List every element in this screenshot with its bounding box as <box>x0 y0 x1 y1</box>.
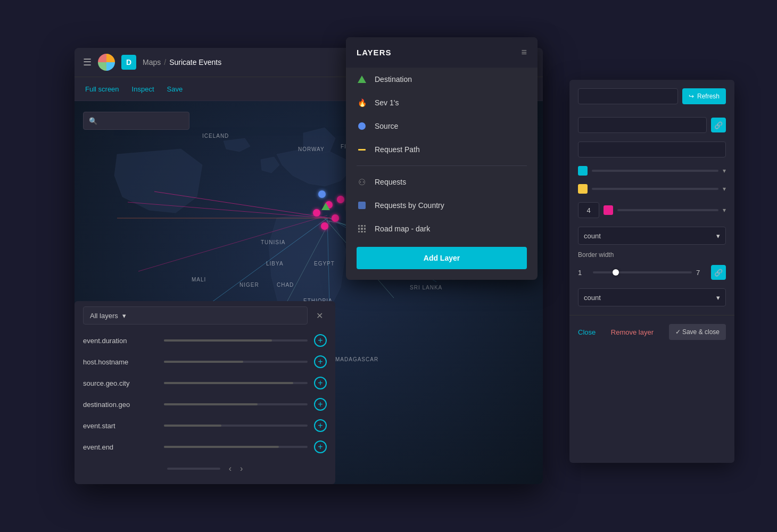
field-bar-fill <box>164 339 272 342</box>
request-path-layer-icon <box>357 144 367 155</box>
dropdown-chevron-icon: ▾ <box>716 232 720 240</box>
fullscreen-button[interactable]: Full screen <box>85 85 119 93</box>
color-slider-yellow[interactable] <box>592 188 718 190</box>
add-field-button[interactable]: + <box>314 355 327 368</box>
marker-sev1-3[interactable] <box>337 196 344 203</box>
inspect-button[interactable]: Inspect <box>132 85 154 93</box>
field-bar <box>164 339 308 342</box>
chevron-icon[interactable]: ▾ <box>723 167 726 174</box>
color-swatch-teal <box>578 166 588 176</box>
count-dropdown-1[interactable]: count ▾ <box>578 227 726 245</box>
field-bar <box>164 382 308 384</box>
chevron-icon[interactable]: ▾ <box>723 206 726 214</box>
layers-menu-icon[interactable]: ≡ <box>521 47 527 58</box>
add-field-button[interactable]: + <box>314 398 327 411</box>
field-bar <box>164 425 308 427</box>
grid-icon <box>358 225 366 232</box>
color-slider-teal[interactable] <box>592 170 718 172</box>
roadmap-layer-icon <box>357 223 367 234</box>
circle-icon <box>358 122 366 130</box>
field-bar-fill <box>164 361 243 363</box>
add-field-button[interactable]: + <box>314 440 327 453</box>
layer-label: Sev 1's <box>375 98 399 107</box>
field-row-event-duration: event.duration + <box>75 330 335 351</box>
field-row-event-end: event.end + <box>75 436 335 458</box>
count-dropdown-row-1: count ▾ <box>569 222 734 249</box>
remove-layer-button[interactable]: Remove layer <box>611 328 654 336</box>
layer-item-requests-by-country[interactable]: Requests by Country <box>346 194 538 217</box>
dropdown-chevron-icon: ▾ <box>716 294 720 302</box>
border-number-right: 7 <box>696 269 707 277</box>
layer-item-source[interactable]: Source <box>346 114 538 138</box>
hamburger-icon[interactable]: ☰ <box>83 56 92 68</box>
color-swatch-pink <box>604 205 613 215</box>
field-row-source-geo-city: source.geo.city + <box>75 372 335 394</box>
color-slider-pink[interactable] <box>617 209 718 211</box>
marker-destination[interactable] <box>321 203 330 210</box>
count-label-1: count <box>584 232 601 240</box>
add-field-button[interactable]: + <box>314 419 327 432</box>
layer-item-sev1[interactable]: 🔥 Sev 1's <box>346 91 538 114</box>
breadcrumb: Maps / Suricate Events <box>143 58 221 66</box>
field-bar <box>164 361 308 363</box>
filter-close-button[interactable]: ✕ <box>312 308 327 323</box>
settings-bar-row-2 <box>569 137 734 162</box>
requests-icon: ⚇ <box>358 177 366 187</box>
refresh-label: Refresh <box>697 93 720 100</box>
square-icon <box>358 202 366 209</box>
border-number-left: 1 <box>578 269 589 277</box>
layers-title: LAYERS <box>357 48 391 57</box>
svg-line-0 <box>154 192 330 218</box>
next-arrow[interactable]: › <box>240 464 243 473</box>
requests-country-layer-icon <box>357 200 367 211</box>
link-icon-button-1[interactable]: 🔗 <box>711 118 726 132</box>
search-icon: 🔍 <box>89 117 97 125</box>
link-icon-button-2[interactable]: 🔗 <box>711 265 726 280</box>
search-bar[interactable]: 🔍 <box>83 112 189 130</box>
border-slider[interactable] <box>593 271 692 273</box>
chevron-icon[interactable]: ▾ <box>723 185 726 193</box>
settings-footer: Close Remove layer ✓ Save & close <box>569 315 734 348</box>
layers-panel: LAYERS ≡ Destination 🔥 Sev 1's Source <box>346 37 538 280</box>
layer-label: Requests <box>375 178 406 186</box>
add-field-button[interactable]: + <box>314 334 327 347</box>
add-layer-button[interactable]: Add Layer <box>357 247 527 269</box>
border-width-label: Border width <box>569 249 734 261</box>
layer-item-roadmap[interactable]: Road map - dark <box>346 217 538 240</box>
marker-blue[interactable] <box>318 190 326 198</box>
field-name: event.end <box>83 443 158 451</box>
save-close-button[interactable]: ✓ Save & close <box>669 324 726 340</box>
settings-top: ↪ Refresh <box>569 80 734 113</box>
filter-dropdown[interactable]: All layers ▾ <box>83 306 308 325</box>
field-bar <box>164 403 308 405</box>
panel-footer: ‹ › <box>75 458 335 473</box>
filter-dropdown-label: All layers <box>90 312 118 320</box>
field-row-host-hostname: host.hostname + <box>75 351 335 372</box>
count-label-2: count <box>584 294 601 302</box>
layer-item-destination[interactable]: Destination <box>346 68 538 91</box>
breadcrumb-maps[interactable]: Maps <box>143 58 161 66</box>
layers-header: LAYERS ≡ <box>346 37 538 68</box>
chevron-down-icon: ▾ <box>122 312 126 320</box>
field-name: event.start <box>83 422 158 430</box>
prev-arrow[interactable]: ‹ <box>229 464 232 473</box>
layer-divider <box>357 165 527 166</box>
count-dropdown-2[interactable]: count ▾ <box>578 288 726 306</box>
layer-label: Destination <box>375 75 412 84</box>
source-layer-icon <box>357 121 367 131</box>
triangle-icon <box>358 76 366 83</box>
refresh-button[interactable]: ↪ Refresh <box>682 88 726 104</box>
marker-sev1-2[interactable] <box>313 209 320 217</box>
footer-bar <box>167 468 220 470</box>
marker-pink-3[interactable] <box>321 222 328 230</box>
save-button[interactable]: Save <box>167 85 183 93</box>
layer-item-request-path[interactable]: Request Path <box>346 138 538 161</box>
marker-pink-2[interactable] <box>332 214 339 222</box>
close-button[interactable]: Close <box>578 328 596 336</box>
destination-layer-icon <box>357 74 367 85</box>
add-field-button[interactable]: + <box>314 377 327 389</box>
fire-icon: 🔥 <box>358 98 367 107</box>
settings-input[interactable] <box>578 88 678 104</box>
layer-item-requests[interactable]: ⚇ Requests <box>346 170 538 194</box>
number-input-size[interactable]: 4 <box>578 202 599 218</box>
